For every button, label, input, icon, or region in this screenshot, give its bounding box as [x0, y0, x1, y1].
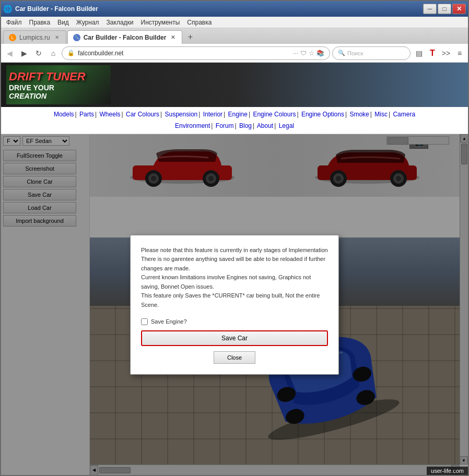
refresh-button[interactable]: ↻ — [32, 47, 45, 59]
nav-misc[interactable]: Misc — [374, 111, 388, 118]
hamburger-icon[interactable]: ≡ — [453, 47, 466, 59]
nav-car-colours[interactable]: Car Colours — [126, 111, 159, 118]
tab-bar: L Lumpics.ru ✕ 🔧 Car Builder - Falcon Bu… — [1, 28, 468, 44]
nav-wheels[interactable]: Wheels — [100, 111, 121, 118]
nav-models[interactable]: Models — [54, 111, 74, 118]
home-button[interactable]: ⌂ — [47, 47, 60, 59]
toolbar-icons: ▤ T >> ≡ — [413, 47, 466, 59]
title-bar-buttons: ─ □ ✕ — [423, 4, 466, 14]
tab-favicon-lumpics: L — [9, 34, 16, 41]
save-engine-row: Save Engine? — [141, 318, 328, 325]
modal-save-button[interactable]: Save Car — [141, 330, 328, 346]
modal-warning-text: Please note that this feature is current… — [141, 246, 328, 310]
menu-view[interactable]: Вид — [54, 18, 72, 27]
back-button[interactable]: ◀ — [3, 47, 16, 59]
minimize-button[interactable]: ─ — [423, 4, 437, 14]
title-bar: 🌐 Car Builder - Falcon Builder ─ □ ✕ — [1, 1, 468, 17]
bold-t-icon[interactable]: T — [426, 47, 439, 59]
url-icons: ··· 🛡 ☆ 📚 — [293, 50, 324, 57]
main-area: F EF Sedan FullScreen Toggle Screenshot … — [1, 134, 468, 475]
tab-carbuilder[interactable]: 🔧 Car Builder - Falcon Builder ✕ — [67, 30, 183, 44]
menu-help[interactable]: Справка — [184, 18, 215, 27]
tab-favicon-carbuilder: 🔧 — [73, 34, 80, 41]
search-placeholder: Поиск — [347, 50, 363, 56]
nav-engine-colours[interactable]: Engine Colours — [253, 111, 296, 118]
modal-close-button[interactable]: Close — [214, 351, 255, 364]
more-tools-icon[interactable]: >> — [440, 47, 452, 59]
save-car-modal: Please note that this feature is current… — [130, 235, 339, 375]
nav-smoke[interactable]: Smoke — [349, 111, 369, 118]
watermark: user-life.com — [427, 467, 468, 475]
nav-blog[interactable]: Blog — [239, 122, 252, 129]
logo-line2: CREATION — [9, 92, 108, 100]
tab-label-lumpics: Lumpics.ru — [19, 34, 50, 41]
logo-line1: DRIVE YOUR — [9, 84, 108, 92]
reader-view-icon[interactable]: ▤ — [413, 47, 425, 59]
nav-camera[interactable]: Camera — [393, 111, 415, 118]
menu-file[interactable]: Файл — [3, 18, 25, 27]
menu-tools[interactable]: Инструменты — [138, 18, 183, 27]
nav-forum[interactable]: Forum — [216, 122, 234, 129]
new-tab-button[interactable]: + — [183, 30, 197, 44]
tab-label-carbuilder: Car Builder - Falcon Builder — [84, 34, 167, 41]
nav-parts[interactable]: Parts — [79, 111, 94, 118]
browser-content: DRIFT TUNER DRIVE YOUR CREATION Models| … — [1, 63, 468, 475]
tab-close-carbuilder[interactable]: ✕ — [169, 34, 177, 41]
url-text: falconbuilder.net — [78, 50, 290, 57]
save-engine-label: Save Engine? — [151, 318, 187, 325]
save-engine-checkbox[interactable] — [141, 318, 148, 325]
url-bar[interactable]: 🔒 falconbuilder.net ··· 🛡 ☆ 📚 — [62, 46, 330, 60]
menu-bar: Файл Правка Вид Журнал Закладки Инструме… — [1, 17, 468, 28]
nav-engine[interactable]: Engine — [228, 111, 248, 118]
nav-environment[interactable]: Environment — [175, 122, 210, 129]
tab-lumpics[interactable]: L Lumpics.ru ✕ — [3, 30, 66, 44]
menu-edit[interactable]: Правка — [26, 18, 54, 27]
nav-about[interactable]: About — [257, 122, 273, 129]
menu-history[interactable]: Журнал — [73, 18, 102, 27]
nav-engine-options[interactable]: Engine Options — [301, 111, 344, 118]
site-logo: DRIFT TUNER DRIVE YOUR CREATION — [6, 65, 111, 104]
title-bar-left: 🌐 Car Builder - Falcon Builder — [3, 5, 98, 13]
maximize-button[interactable]: □ — [438, 4, 451, 14]
nav-legal[interactable]: Legal — [279, 122, 294, 129]
nav-interior[interactable]: Interior — [203, 111, 222, 118]
address-bar: ◀ ▶ ↻ ⌂ 🔒 falconbuilder.net ··· 🛡 ☆ 📚 🔍 … — [1, 44, 468, 63]
forward-button[interactable]: ▶ — [18, 47, 30, 59]
title-bar-text: Car Builder - Falcon Builder — [15, 5, 98, 13]
logo-drift: DRIFT TUNER — [9, 70, 108, 84]
nav-suspension[interactable]: Suspension — [165, 111, 198, 118]
search-bar[interactable]: 🔍 Поиск — [332, 46, 411, 60]
menu-bookmarks[interactable]: Закладки — [103, 18, 137, 27]
modal-overlay: Please note that this feature is current… — [1, 134, 468, 475]
close-button[interactable]: ✕ — [452, 4, 466, 14]
site-header: DRIFT TUNER DRIVE YOUR CREATION — [1, 63, 468, 107]
browser-window: 🌐 Car Builder - Falcon Builder ─ □ ✕ Фай… — [0, 0, 469, 476]
tab-close-lumpics[interactable]: ✕ — [53, 34, 61, 41]
site-nav: Models| Parts| Wheels| Car Colours| Susp… — [1, 107, 468, 134]
